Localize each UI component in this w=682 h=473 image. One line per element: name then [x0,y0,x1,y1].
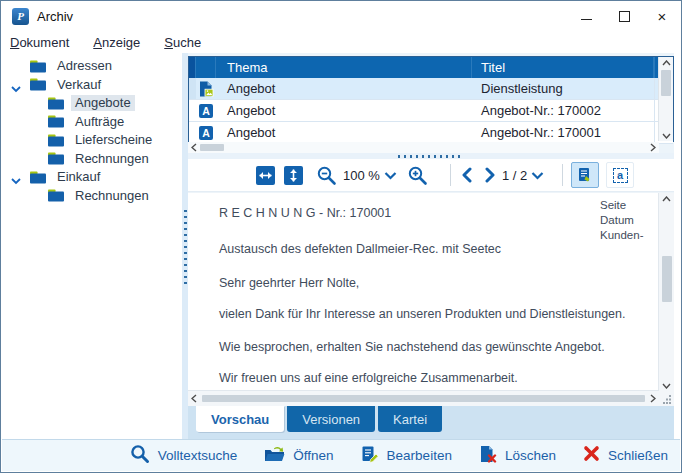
scroll-right-icon[interactable] [647,393,659,404]
scrollbar-thumb[interactable] [661,70,671,96]
table-horizontal-scrollbar[interactable] [188,142,659,153]
app-icon-letter: P [17,10,24,22]
preview-horizontal-scrollbar[interactable] [188,390,659,406]
scroll-up-icon[interactable] [660,57,672,68]
side-label: Kunden- [600,228,643,243]
delete-button[interactable]: Löschen [479,445,556,467]
folder-tree: Adressen Verkauf Angebote Aufträge Liefe… [2,53,182,441]
menubar: Dokument Anzeige Suche [1,31,681,53]
column-header-titel[interactable]: Titel [472,57,654,78]
table-row[interactable]: Angebot Dienstleistung [189,78,673,100]
fit-height-button[interactable] [284,166,303,185]
row-gutter [189,100,196,121]
document-line: Austausch des defekten Dallmeier-Rec. mi… [219,240,584,259]
folder-icon [30,60,46,73]
main-area: Adressen Verkauf Angebote Aufträge Liefe… [2,53,680,441]
menu-anzeige[interactable]: Anzeige [93,35,140,50]
cell-thema: Angebot [216,78,472,99]
zoom-out-button[interactable] [316,165,337,186]
edit-document-icon [361,445,379,467]
scroll-right-icon[interactable] [647,142,659,153]
row-gutter [189,78,196,99]
tree-item-lieferscheine[interactable]: Lieferscheine [2,131,182,150]
open-button[interactable]: Öffnen [264,445,333,466]
delete-document-icon [479,445,497,467]
minimize-icon [581,19,592,20]
scrollbar-thumb[interactable] [202,395,645,402]
tree-item-label: Adressen [53,58,116,74]
scroll-up-icon[interactable] [661,193,673,204]
tree-item-rechnungen-verkauf[interactable]: Rechnungen [2,150,182,169]
document-text: R E C H N U N G - Nr.: 170001 Austausch … [219,204,584,401]
cell-titel: Angebot-Nr.: 170001 [472,122,654,143]
app-window: P Archiv × Dokument Anzeige Suche Adress… [0,0,682,473]
tabstrip: Vorschau Versionen Kartei [188,406,674,441]
cell-thema: Angebot [216,100,472,121]
toolbar-divider [450,164,451,186]
page-dropdown-button[interactable] [531,171,544,180]
tree-item-verkauf[interactable]: Verkauf [2,76,182,95]
folder-icon [30,171,46,184]
horizontal-splitter[interactable] [188,153,674,159]
tree-item-adressen[interactable]: Adressen [2,57,182,76]
previous-page-button[interactable] [461,167,473,183]
maximize-button[interactable] [605,1,643,31]
tree-item-rechnungen-einkauf[interactable]: Rechnungen [2,187,182,206]
cell-thema: Angebot [216,122,472,143]
scroll-down-icon[interactable] [661,380,673,391]
splitter-handle-icon [184,210,187,284]
fit-width-button[interactable] [256,166,275,185]
column-header-thema[interactable]: Thema [216,57,472,78]
action-label: Löschen [505,448,556,463]
fulltext-search-button[interactable]: Volltextsuche [130,444,238,468]
table-vertical-scrollbar[interactable] [658,57,673,141]
zoom-in-button[interactable] [407,165,428,186]
tab-versionen[interactable]: Versionen [287,406,375,432]
folder-icon [48,134,64,147]
scroll-down-icon[interactable] [660,130,672,141]
action-label: Schließen [608,448,668,463]
folder-icon [30,78,46,91]
search-icon [130,444,150,468]
ocr-text-select-button[interactable]: a [606,162,634,188]
tree-item-auftraege[interactable]: Aufträge [2,113,182,132]
action-label: Öffnen [293,448,333,463]
close-x-icon [583,445,600,466]
cell-titel: Angebot-Nr.: 170002 [472,100,654,121]
document-image-icon [196,78,216,99]
zoom-dropdown-button[interactable] [384,171,397,180]
tab-vorschau[interactable]: Vorschau [196,406,284,432]
menu-dokument[interactable]: Dokument [10,35,69,50]
scrollbar-thumb[interactable] [200,144,224,151]
folder-icon [48,189,64,202]
table-row[interactable]: A Angebot Angebot-Nr.: 170001 [189,122,673,144]
preview-vertical-scrollbar[interactable] [658,193,674,391]
ocr-a-icon: a [613,168,628,183]
resize-grip-icon[interactable] [659,391,674,406]
document-line: vielen Dank für Ihr Interesse an unseren… [219,305,584,324]
scrollbar-thumb[interactable] [662,256,672,302]
open-folder-icon [264,445,285,466]
document-line: R E C H N U N G - Nr.: 170001 [219,204,584,223]
side-label: Seite [600,198,643,213]
tab-kartei[interactable]: Kartei [378,406,442,432]
scroll-left-icon[interactable] [188,142,200,153]
tree-item-einkauf[interactable]: Einkauf [2,168,182,187]
table-row[interactable]: A Angebot Angebot-Nr.: 170002 [189,100,673,122]
scroll-left-icon[interactable] [188,393,200,404]
page-number-value: 1 / 2 [502,168,527,183]
close-button[interactable]: × [643,1,681,31]
tree-item-label: Angebote [71,95,135,111]
menu-suche[interactable]: Suche [164,35,201,50]
header-icon-column[interactable] [196,57,216,78]
text-layer-toggle-button[interactable] [571,162,599,188]
folder-icon [48,97,64,110]
minimize-button[interactable] [567,1,605,31]
next-page-button[interactable] [484,167,496,183]
pdf-icon: A [196,100,216,121]
tree-item-angebote[interactable]: Angebote [2,94,182,113]
document-side-labels: Seite Datum Kunden- [600,198,643,243]
action-label: Volltextsuche [158,448,238,463]
close-app-button[interactable]: Schließen [583,445,668,466]
edit-button[interactable]: Bearbeiten [361,445,452,467]
